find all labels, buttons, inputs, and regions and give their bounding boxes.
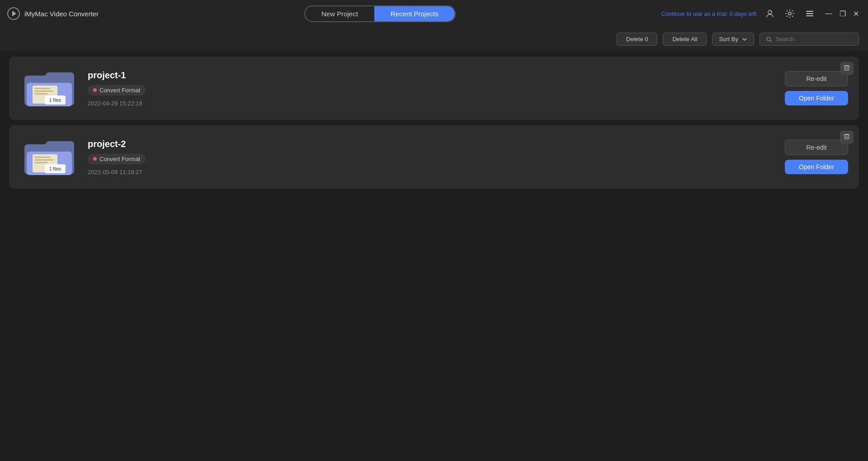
close-button[interactable]: ✕ <box>851 8 861 20</box>
project-2-date: 2022-05-09 11:18:27 <box>88 169 776 176</box>
menu-icon-button[interactable] <box>803 7 816 20</box>
svg-point-2 <box>768 10 772 14</box>
settings-icon-button[interactable] <box>783 7 796 20</box>
project-2-actions: Re-edit Open Folder <box>785 140 848 174</box>
delete-project-1-button[interactable] <box>840 62 854 75</box>
svg-rect-9 <box>845 66 849 70</box>
trash-icon <box>844 65 850 71</box>
svg-text:1 files: 1 files <box>49 166 61 171</box>
app-name: iMyMac Video Converter <box>24 10 99 18</box>
project-2-tag: Convert Format <box>88 154 146 164</box>
title-bar: iMyMac Video Converter New Project Recen… <box>0 0 868 27</box>
svg-rect-14 <box>34 88 50 89</box>
window-controls: — ❐ ✕ <box>823 8 861 20</box>
svg-rect-25 <box>34 159 53 161</box>
title-bar-right: Continue to use as a trial: 0 days left … <box>661 7 861 20</box>
project-2-info: project-2 Convert Format 2022-05-09 11:1… <box>88 139 776 176</box>
svg-marker-1 <box>12 11 16 16</box>
search-box[interactable] <box>760 33 859 46</box>
sort-by-dropdown[interactable]: Sort By <box>712 33 754 46</box>
project-2-re-edit-button[interactable]: Re-edit <box>785 140 848 155</box>
tag-dot <box>93 157 97 161</box>
svg-line-8 <box>770 40 771 42</box>
svg-point-3 <box>788 12 791 15</box>
main-tab-group: New Project Recent Projects <box>304 5 456 22</box>
content-area: 1 files project-1 Convert Format 2022-04… <box>0 51 868 194</box>
toolbar: Delete 0 Delete All Sort By <box>0 27 868 51</box>
project-1-tag-label: Convert Format <box>99 87 140 94</box>
user-icon-button[interactable] <box>764 7 776 20</box>
chevron-down-icon <box>742 37 747 42</box>
delete-selected-button[interactable]: Delete 0 <box>617 33 657 46</box>
settings-icon <box>785 9 794 18</box>
project-card: 1 files project-1 Convert Format 2022-04… <box>9 57 859 120</box>
project-2-name: project-2 <box>88 139 776 149</box>
delete-all-button[interactable]: Delete All <box>663 33 707 46</box>
svg-rect-16 <box>34 93 48 95</box>
project-1-name: project-1 <box>88 70 776 81</box>
project-card: 1 files project-2 Convert Format 2022-05… <box>9 125 859 189</box>
trash-icon <box>844 133 850 140</box>
project-1-open-folder-button[interactable]: Open Folder <box>785 91 848 105</box>
search-icon <box>766 36 772 43</box>
delete-project-2-button[interactable] <box>840 131 854 144</box>
trial-text: Continue to use as a trial: 0 days left <box>661 10 756 17</box>
menu-icon <box>805 9 814 18</box>
svg-rect-24 <box>34 157 50 158</box>
tag-dot <box>93 88 97 92</box>
svg-rect-15 <box>34 90 53 92</box>
project-1-folder-icon: 1 files <box>20 66 79 111</box>
project-2-folder-icon: 1 files <box>20 134 79 180</box>
project-1-date: 2022-04-29 15:22:18 <box>88 100 776 107</box>
project-1-tag: Convert Format <box>88 85 146 95</box>
svg-rect-26 <box>34 162 48 163</box>
project-1-info: project-1 Convert Format 2022-04-29 15:2… <box>88 70 776 107</box>
search-input[interactable] <box>775 36 852 43</box>
svg-text:1 files: 1 files <box>49 98 61 103</box>
tab-recent-projects[interactable]: Recent Projects <box>374 6 455 21</box>
project-2-open-folder-button[interactable]: Open Folder <box>785 160 848 174</box>
minimize-button[interactable]: — <box>823 8 834 20</box>
project-1-re-edit-button[interactable]: Re-edit <box>785 71 848 86</box>
project-2-tag-label: Convert Format <box>99 156 140 162</box>
tab-new-project[interactable]: New Project <box>305 6 374 21</box>
sort-by-label: Sort By <box>719 36 738 43</box>
project-1-actions: Re-edit Open Folder <box>785 71 848 105</box>
maximize-button[interactable]: ❐ <box>838 8 848 20</box>
svg-rect-19 <box>845 135 849 139</box>
app-branding: iMyMac Video Converter <box>7 7 99 20</box>
app-icon <box>7 7 20 20</box>
user-icon <box>765 9 774 18</box>
